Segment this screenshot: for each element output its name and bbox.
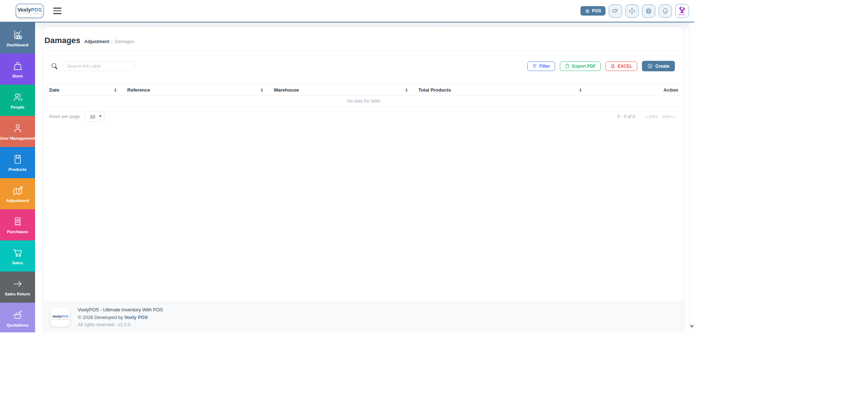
sort-icon[interactable]: [114, 88, 116, 92]
app-window: VoxlyPOS Fast. Innovative. Reliability P…: [0, 0, 694, 332]
basket-check-icon: [12, 310, 23, 320]
footer-copyright: © 2026 Developed by Voxly POS: [78, 315, 163, 320]
table-header-row: Date Reference Warehouse Total Products …: [44, 85, 684, 96]
main-area: Damages Adjustment|Damages: [35, 22, 694, 332]
scroll-down-arrow-icon[interactable]: [690, 325, 694, 328]
voxly-pos-link[interactable]: Voxly POS: [124, 315, 148, 320]
export-excel-button[interactable]: EXCEL: [605, 62, 637, 71]
pdf-file-icon: [565, 64, 570, 68]
filter-button[interactable]: Filter: [527, 62, 555, 71]
user-icon: [12, 123, 23, 134]
breadcrumb: Adjustment|Damages: [84, 39, 134, 44]
topbar: VoxlyPOS Fast. Innovative. Reliability P…: [0, 0, 694, 22]
bar-chart-icon: [12, 29, 23, 40]
stocky-logo-icon: [678, 6, 686, 14]
logo-tagline: Fast. Innovative. Reliability: [18, 13, 42, 14]
pos-button[interactable]: POS: [580, 6, 605, 16]
bell-icon: [661, 7, 669, 15]
column-header-date[interactable]: Date: [44, 85, 122, 96]
content-spacer: [44, 122, 684, 302]
damages-table: Date Reference Warehouse Total Products …: [44, 84, 684, 107]
pagination-bar: Rows per page: 10 ▼ 0 - 0 of 0 ◂prev ne: [49, 112, 675, 122]
avatar-brand-label: STOCKY: [678, 14, 686, 16]
people-icon: [12, 92, 23, 102]
column-header-total-products[interactable]: Total Products: [413, 85, 587, 96]
search-input[interactable]: [63, 61, 135, 71]
footer-rights-line: All rights reserved - v1.0.0: [78, 322, 163, 327]
notifications-button[interactable]: [659, 4, 672, 18]
sidebar-item-people[interactable]: People: [0, 85, 35, 116]
arrow-right-icon: [12, 278, 23, 289]
register-button[interactable]: [609, 4, 622, 18]
rows-per-page-select[interactable]: 10: [85, 112, 105, 122]
app-footer: VoxlyPOS Fast. Innovative. Reliability V…: [44, 302, 684, 332]
column-header-action: Action: [587, 85, 684, 96]
fullscreen-button[interactable]: [625, 4, 639, 18]
column-header-reference[interactable]: Reference: [122, 85, 268, 96]
sidebar-item-products[interactable]: Products: [0, 147, 35, 178]
menu-toggle-icon[interactable]: [53, 8, 61, 14]
shopping-bag-icon: [12, 60, 23, 71]
sort-icon[interactable]: [405, 88, 408, 92]
empty-message: No data for table: [44, 96, 684, 107]
receipt-icon: [12, 216, 23, 227]
next-page-button[interactable]: next▸: [663, 114, 675, 119]
topbar-actions: POS: [580, 4, 689, 18]
breadcrumb-parent[interactable]: Adjustment: [84, 39, 109, 44]
sidebar-item-store[interactable]: Store: [0, 54, 35, 85]
content-card: Damages Adjustment|Damages: [44, 27, 684, 332]
sort-icon[interactable]: [261, 88, 263, 92]
chevron-right-icon: ▸: [673, 115, 675, 119]
create-button[interactable]: Create: [642, 61, 675, 71]
logo-wordmark: VoxlyPOS: [17, 7, 42, 12]
footer-logo: VoxlyPOS Fast. Innovative. Reliability: [51, 308, 70, 327]
sidebar-item-adjustment[interactable]: Adjustment: [0, 178, 35, 209]
voxlypos-logo[interactable]: VoxlyPOS Fast. Innovative. Reliability: [16, 4, 44, 18]
sidebar: Dashboard Store People User Manag: [0, 22, 35, 332]
funnel-icon: [532, 64, 537, 68]
search-icon: [51, 62, 58, 70]
column-header-warehouse[interactable]: Warehouse: [268, 85, 413, 96]
chevron-left-icon: ◂: [645, 115, 647, 119]
fullscreen-icon: [628, 7, 636, 15]
footer-app-line: VoxlyPOS - Ultimate Inventory With POS: [78, 307, 163, 312]
language-button[interactable]: [642, 4, 655, 18]
vertical-scrollbar[interactable]: [689, 0, 694, 332]
prev-page-button[interactable]: ◂prev: [645, 114, 658, 119]
sidebar-item-user-management[interactable]: User Management: [0, 116, 35, 147]
page-title: Damages: [44, 36, 80, 45]
pagination-range: 0 - 0 of 0: [617, 114, 635, 119]
map-pencil-icon: [12, 185, 23, 196]
register-doodle-icon: [612, 7, 619, 15]
empty-row: No data for table: [44, 96, 684, 107]
user-avatar[interactable]: STOCKY: [675, 4, 689, 18]
basket-icon: [585, 8, 590, 13]
book-icon: [12, 154, 23, 165]
breadcrumb-current: Damages: [115, 39, 134, 44]
table-toolbar: Filter Export PDF EXCEL: [51, 61, 675, 71]
sidebar-item-sales-return[interactable]: Sales Return: [0, 272, 35, 303]
rows-per-page-label: Rows per page:: [49, 114, 81, 119]
page-header: Damages Adjustment|Damages: [44, 27, 684, 51]
sidebar-item-dashboard[interactable]: Dashboard: [0, 22, 35, 54]
create-circle-icon: [647, 63, 653, 69]
sidebar-item-quotations[interactable]: Quotations: [0, 303, 35, 332]
cart-icon: [12, 247, 23, 258]
sidebar-item-sales[interactable]: Sales: [0, 240, 35, 272]
export-pdf-button[interactable]: Export PDF: [560, 62, 601, 71]
sidebar-item-purchases[interactable]: Purchases: [0, 209, 35, 240]
sort-icon[interactable]: [579, 88, 582, 92]
globe-icon: [645, 7, 652, 15]
excel-file-icon: [610, 64, 615, 68]
